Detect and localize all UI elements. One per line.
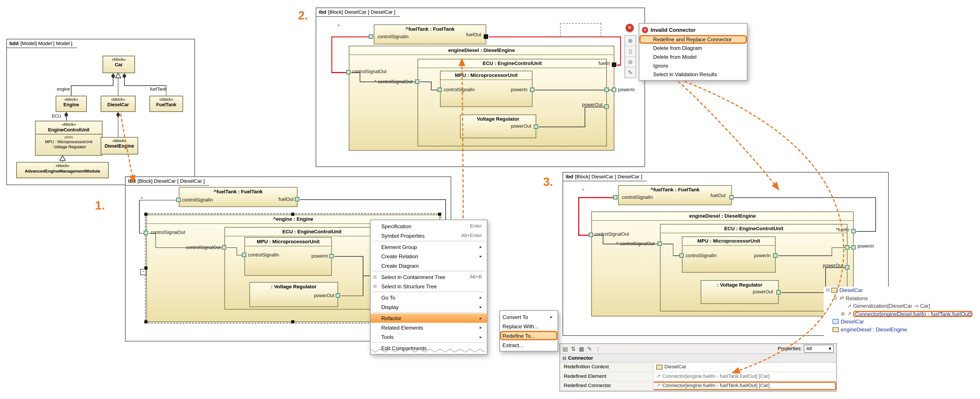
powerIn-port[interactable]	[845, 245, 850, 250]
menu-item-edit-compartments[interactable]: Edit Compartments	[371, 343, 487, 353]
port-label: powerIn	[618, 87, 635, 93]
magnifier-minus-icon[interactable]: ⊖	[625, 57, 636, 68]
categorized-view-icon[interactable]: ▤	[563, 346, 568, 352]
menu-item-tools[interactable]: Tools▸	[371, 332, 487, 342]
powerIn-port[interactable]	[530, 88, 535, 92]
controlSignalIn-port[interactable]	[242, 253, 247, 257]
port-label: powerOut	[721, 289, 773, 295]
magnifier-plus-icon[interactable]: ⊕	[625, 35, 636, 46]
menu-item-convert-to[interactable]: Convert To▸	[500, 312, 557, 321]
invalid-x-icon: ×	[642, 27, 648, 33]
validation-error-icon[interactable]: ×	[626, 24, 634, 32]
properties-filter-select[interactable]: All ▾	[804, 345, 834, 353]
tree-item-enginediesel[interactable]: engineDiesel : DieselEngine	[824, 326, 980, 334]
powerIn-port[interactable]	[329, 254, 334, 258]
fuelIn-port[interactable]	[851, 229, 856, 233]
powerIn-port[interactable]	[605, 88, 609, 92]
powerIn-port[interactable]	[612, 88, 616, 92]
fuelOut-port[interactable]	[295, 197, 299, 201]
controlSignalOut-port[interactable]	[415, 80, 420, 84]
controlSignalIn-port[interactable]	[438, 88, 442, 92]
collapse-handle[interactable]: −	[140, 269, 146, 275]
powerOut-port[interactable]	[336, 294, 340, 298]
submenu-arrow-icon: ▸	[480, 316, 482, 321]
powerIn-port[interactable]	[851, 245, 856, 250]
selection-handle[interactable]	[291, 213, 294, 216]
menu-item-ignore[interactable]: Ignore	[640, 61, 747, 70]
selection-handle[interactable]	[438, 213, 441, 216]
menu-item-delete-from-model[interactable]: Delete from Model	[640, 53, 747, 61]
menu-item-redefine-and-replace-connector[interactable]: Redefine and Replace Connector	[640, 35, 747, 44]
menu-item-create-diagram[interactable]: Create Diagram	[371, 261, 487, 270]
menu-item-select-in-structure-tree[interactable]: ⊞Select in Structure Tree	[371, 281, 487, 291]
powerOut-port[interactable]	[534, 124, 538, 129]
menu-item-extract[interactable]: Extract...	[500, 340, 557, 350]
step-2-label: 2.	[298, 9, 308, 22]
powerIn-port[interactable]	[773, 254, 778, 258]
controlSignalOut-port[interactable]	[346, 70, 351, 75]
controlSignalOut-port[interactable]	[144, 231, 148, 235]
tree-item-connector[interactable]: ⊞ ↗ Connector[engineDiesel.fuelIn - fuel…	[824, 310, 980, 318]
connector-icon: ↗	[656, 372, 660, 381]
powerOut-port[interactable]	[845, 265, 850, 270]
block-engine[interactable]: «block» Engine	[56, 96, 87, 112]
menu-item-go-to[interactable]: Go To▸	[371, 293, 487, 302]
block-advancedenginemanagementmodule[interactable]: «block» AdvancedEngineManagementModule	[16, 162, 109, 178]
controlSignalOut-port[interactable]	[589, 233, 593, 237]
wrench-icon[interactable]: ✎	[625, 68, 636, 78]
menu-item-related-elements[interactable]: Related Elements▸	[371, 323, 487, 332]
tree-item-dieselcar-diagram[interactable]: DieselCar	[824, 318, 980, 326]
block-enginecontrolunit[interactable]: «block» EngineControlUnit parts MPU : Mi…	[35, 121, 103, 156]
menu-item-select-in-containment-tree[interactable]: ⊞Select in Containment TreeAlt+B	[371, 272, 487, 281]
tree-item-generalization[interactable]: ↗ Generalization[DieselCar -> Car]	[824, 302, 980, 310]
block-dieselcar[interactable]: «block» DieselCar	[101, 96, 136, 112]
menu-item-redefine-to[interactable]: Redefine To...	[500, 331, 557, 340]
menu-item-symbol-properties[interactable]: Symbol PropertiesAlt+Enter	[371, 231, 487, 240]
sort-icon[interactable]: ⇅	[571, 346, 576, 352]
selection-handle[interactable]	[145, 267, 148, 270]
controlSignalOut-port[interactable]	[657, 241, 662, 246]
port-label: controlSignalIn	[444, 87, 475, 93]
controlSignalIn-port[interactable]	[613, 195, 617, 200]
port-label: ^ controlSignalOut	[349, 79, 413, 85]
block-dieselengine[interactable]: «block» DieselEngine	[101, 137, 138, 155]
controlSignalIn-port[interactable]	[369, 35, 373, 39]
ibd2-diagram[interactable]: ibd[Block] DieselCar [ DieselCar ] ^ ^fu…	[316, 8, 645, 167]
menu-item-display[interactable]: Display▸	[371, 302, 487, 311]
tree-item-relations[interactable]: ⊟ ⇄ Relations	[824, 294, 980, 302]
table-view-icon[interactable]: ▦	[579, 346, 584, 352]
collapse-icon[interactable]: ⊟	[832, 295, 838, 301]
port-label: powerOut	[282, 293, 334, 298]
menu-item-specification[interactable]: SpecificationEnter	[371, 221, 487, 231]
powerOut-port[interactable]	[605, 104, 609, 109]
powerOut-port[interactable]	[776, 290, 781, 295]
tree-item-dieselcar[interactable]: ⊟ DieselCar	[824, 287, 980, 294]
controlSignalIn-port[interactable]	[176, 198, 181, 202]
selection-handle[interactable]	[145, 213, 148, 216]
document-icon[interactable]: ▯	[625, 46, 636, 57]
controlSignalOut-port[interactable]	[222, 245, 226, 250]
menu-item-replace-with[interactable]: Replace With...	[500, 321, 557, 331]
selection-handle[interactable]	[145, 320, 148, 323]
menu-item-element-group[interactable]: Element Group▸	[371, 242, 487, 251]
block-car[interactable]: «block» Car	[102, 56, 135, 73]
edit-icon[interactable]: ✎	[587, 346, 592, 352]
port-label: controlSignalOut	[157, 244, 221, 250]
bdd-diagram[interactable]: bdd[Model] Model [ Model ] engine fuelTa…	[6, 39, 195, 185]
fuelOut-port[interactable]	[729, 195, 734, 200]
validation-menu: × Invalid Connector Redefine and Replace…	[639, 23, 748, 81]
collapse-icon[interactable]: ⊟	[825, 288, 830, 293]
more-icon[interactable]: ⋮	[595, 346, 600, 352]
menu-item-refactor[interactable]: Refactor▸	[371, 313, 487, 322]
menu-item-select-in-validation-results[interactable]: Select in Validation Results	[640, 70, 747, 79]
properties-panel: ▤ ⇅ ▦ ✎ ⋮ Properties: All ▾ ⊟ Connector …	[560, 343, 837, 391]
expand-icon[interactable]: ⊞	[840, 311, 846, 316]
collapse-icon[interactable]: ⊟	[563, 354, 566, 362]
selection-handle[interactable]	[291, 320, 294, 323]
block-fueltank[interactable]: «block» FuelTank	[150, 96, 183, 112]
fuelIn-port[interactable]	[612, 62, 616, 67]
menu-item-create-relation[interactable]: Create Relation▸	[371, 251, 487, 261]
controlSignalIn-port[interactable]	[679, 254, 684, 258]
menu-item-delete-from-diagram[interactable]: Delete from Diagram	[640, 44, 747, 53]
property-group-connector[interactable]: ⊟ Connector	[560, 354, 836, 363]
